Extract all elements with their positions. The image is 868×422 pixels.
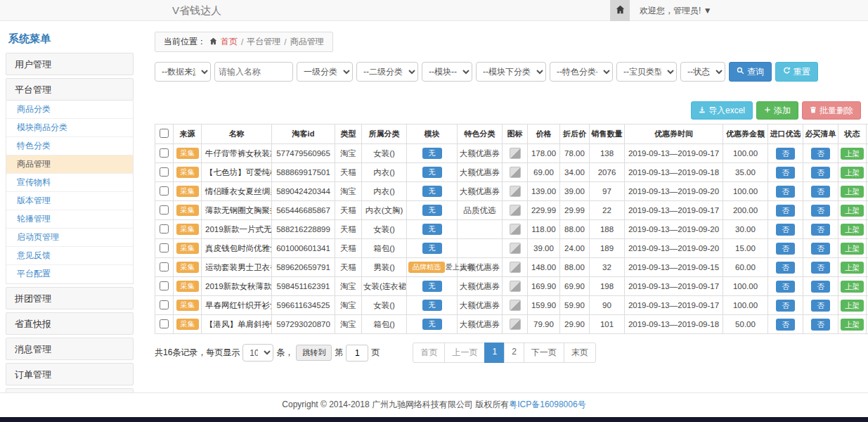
row-checkbox[interactable] [160,281,169,290]
row-checkbox[interactable] [160,148,169,158]
home-button[interactable] [610,0,630,21]
sidebar-item[interactable]: 模块商品分类 [6,119,133,137]
coupon-time: 2019-09-13—2019-09-18 [625,315,723,334]
import-excel-button[interactable]: 导入excel [691,101,753,120]
must-buy-button[interactable]: 否 [811,319,830,331]
row-checkbox[interactable] [160,300,169,309]
jump-button[interactable]: 跳转到 [296,345,332,361]
import-select-button[interactable]: 否 [776,205,795,217]
status-button[interactable]: 上架 [841,205,864,217]
level1-category-select[interactable]: 一级分类 [297,62,353,82]
must-buy-button[interactable]: 否 [811,243,830,255]
search-button[interactable]: 查询 [729,62,772,82]
reset-button[interactable]: 重置 [775,62,818,82]
page-button[interactable]: 首页 [413,343,445,363]
sidebar-item[interactable]: 特色分类 [6,137,133,155]
user-menu[interactable]: 欢迎您，管理员! ▼ [640,5,712,17]
feature-category [458,239,503,258]
import-select-button[interactable]: 否 [776,224,795,236]
icp-link[interactable]: 粤ICP备16098006号 [509,399,585,409]
import-select-button[interactable]: 否 [776,281,795,293]
sidebar-section[interactable]: 拼团管理 [6,287,134,309]
breadcrumb-home-link[interactable]: 首页 [221,36,238,48]
sidebar-item[interactable]: 商品管理 [6,155,133,174]
page-button[interactable]: 上一页 [444,343,485,363]
source-select[interactable]: --数据来源-- [155,62,211,82]
item-type-select[interactable]: --宝贝类型-- [616,62,677,82]
row-checkbox[interactable] [160,243,169,252]
sidebar-section[interactable]: 订单管理 [6,363,134,385]
table-row: 采集 运动套装男士卫衣初秋... 589620659791 天猫 男装() 品牌… [155,258,868,277]
import-select-button[interactable]: 否 [776,148,795,160]
row-checkbox[interactable] [160,224,169,234]
import-select-button[interactable]: 否 [776,167,795,179]
status-button[interactable]: 上架 [841,224,864,236]
must-buy-button[interactable]: 否 [811,167,830,179]
per-page-select[interactable]: 10 [242,344,273,362]
row-checkbox[interactable] [160,262,169,271]
sidebar-item[interactable]: 轮播管理 [6,210,133,229]
sidebar-item[interactable]: 版本管理 [6,192,133,210]
sidebar-item[interactable]: 意见反馈 [6,247,133,265]
page-input[interactable] [346,345,368,362]
import-select-button[interactable]: 否 [776,262,795,274]
select-all-checkbox[interactable] [160,129,169,138]
level2-category-select[interactable]: --二级分类-- [356,62,418,82]
reset-button-label: 重置 [793,66,810,78]
coupon-amount: 35.00 [723,163,768,182]
sidebar-item[interactable]: 商品分类 [6,101,133,119]
module-select[interactable]: --模块-- [422,62,472,82]
batch-delete-button[interactable]: 批量删除 [802,101,861,120]
must-buy-button[interactable]: 否 [811,205,830,217]
name-input[interactable] [214,62,293,82]
status-button[interactable]: 上架 [841,281,864,293]
status-button[interactable]: 上架 [841,186,864,198]
source-badge: 采集 [176,224,199,235]
add-button[interactable]: 添加 [756,101,798,120]
must-buy-button[interactable]: 否 [811,281,830,293]
status-button[interactable]: 上架 [841,300,864,312]
discount-price: 78.00 [560,144,590,163]
import-select-button[interactable]: 否 [776,243,795,255]
import-select-button[interactable]: 否 [776,319,795,331]
row-checkbox[interactable] [160,205,169,215]
category: 女装() [362,296,407,315]
sidebar-section[interactable]: 消息管理 [6,338,134,360]
row-checkbox[interactable] [160,167,169,177]
sidebar-item[interactable]: 平台配置 [6,265,133,283]
source-badge: 采集 [176,167,199,178]
taoke-id: 565446685867 [272,201,335,220]
status-button[interactable]: 上架 [841,262,864,274]
must-buy-button[interactable]: 否 [811,262,830,274]
page-button[interactable]: 末页 [564,343,596,363]
sidebar-section[interactable]: 平台管理 [6,78,134,101]
status-button[interactable]: 上架 [841,243,864,255]
sidebar-item[interactable]: 宣传物料 [6,174,133,192]
status-button[interactable]: 上架 [841,319,864,331]
must-buy-button[interactable]: 否 [811,148,830,160]
feature-category-select[interactable]: --特色分类-- [550,62,613,82]
sidebar-item[interactable]: 启动页管理 [6,229,133,247]
must-buy-button[interactable]: 否 [811,224,830,236]
discount-price: 24.00 [560,239,590,258]
sidebar-section[interactable]: 用户管理 [6,53,134,75]
sidebar-section[interactable]: 省直快报 [6,312,134,335]
row-checkbox[interactable] [160,319,169,328]
module-sub-select[interactable]: --模块下分类-- [476,62,546,82]
coupon-amount: 100.00 [723,277,768,296]
product-thumbnail [510,224,521,235]
must-buy-button[interactable]: 否 [811,300,830,312]
row-checkbox[interactable] [160,186,169,196]
status-button[interactable]: 上架 [841,167,864,179]
page-button[interactable]: 下一页 [524,343,564,363]
breadcrumb-level1[interactable]: 平台管理 [247,36,280,48]
import-select-button[interactable]: 否 [776,300,795,312]
must-buy-button[interactable]: 否 [811,186,830,198]
coupon-time: 2019-09-13—2019-09-20 [625,220,723,239]
status-select[interactable]: --状态-- [680,62,725,82]
status-button[interactable]: 上架 [841,148,864,160]
product-name: 早春网红针织开衫女春... [202,296,272,315]
import-select-button[interactable]: 否 [776,186,795,198]
page-button[interactable]: 2 [504,343,524,363]
page-button[interactable]: 1 [484,343,505,363]
